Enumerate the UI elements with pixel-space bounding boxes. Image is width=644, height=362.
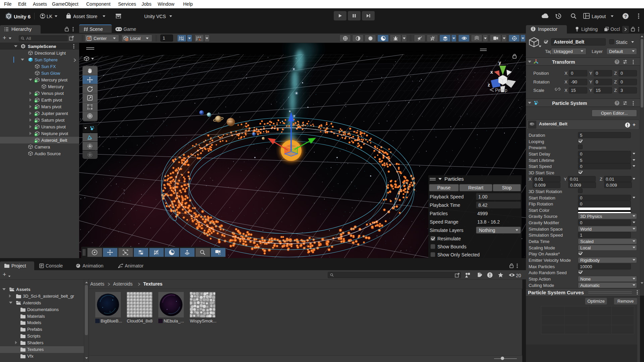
svg-text:z: z	[488, 82, 490, 87]
svg-text:?: ?	[624, 14, 627, 19]
svg-text:x: x	[490, 69, 493, 75]
svg-text:Y: Y	[182, 39, 183, 41]
svg-text:?: ?	[616, 101, 618, 105]
svg-text:?: ?	[616, 60, 618, 64]
svg-text:y: y	[498, 60, 501, 65]
svg-text:5: 5	[199, 38, 200, 41]
